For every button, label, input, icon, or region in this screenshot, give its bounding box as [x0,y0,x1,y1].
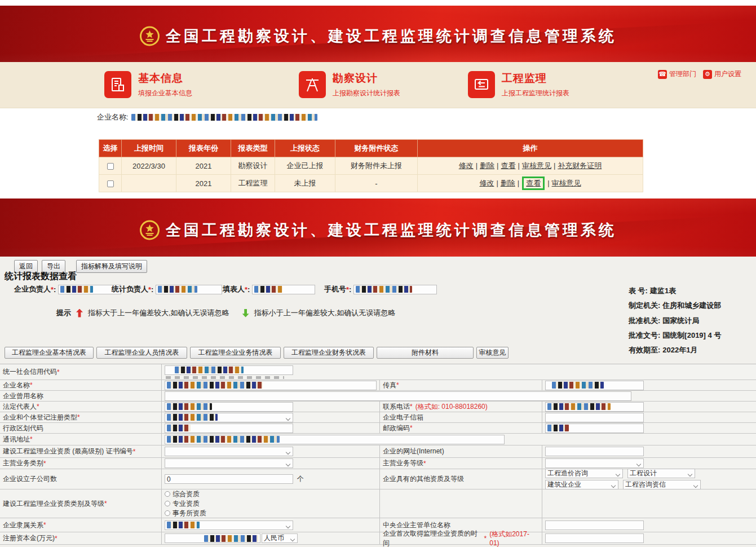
required-mark: * [423,460,426,467]
field-label: 企业名称 [3,381,30,390]
cell-report-year: 2021 [176,175,231,192]
row-checkbox[interactable] [107,163,114,170]
first-qual-time-input[interactable] [545,533,644,543]
business-grade-select[interactable] [545,458,644,468]
stats-leader-input[interactable] [156,285,222,294]
redacted-value [167,425,191,431]
field-mobile: 手机号*: [324,284,437,294]
action-supplement-finance[interactable]: 补充财务证明 [558,161,602,170]
radio-label: 事务所资质 [173,509,206,518]
former-name-input[interactable] [165,391,631,401]
colon: : [349,285,351,294]
tab-finance[interactable]: 工程监理企业财务状况表 [284,347,374,359]
main-nav: 基本信息 填报企业基本信息 勘察设计 上报勘察设计统计报表 [0,62,756,108]
nav-item-supervision[interactable]: 工程监理 上报工程监理统计报表 [468,71,569,98]
cert-no-select[interactable] [165,447,293,456]
engineering-design-select[interactable]: 工程设计 [627,469,695,478]
table-row: 2022/3/30 2021 勘察设计 企业已上报 财务附件未上报 修改|删除|… [99,157,643,175]
mobile-input[interactable] [353,285,437,294]
table-row: 2021 工程监理 未上报 - 修改|删除|查看|审核意见 [99,175,643,192]
admin-dept-label: 管理部门 [669,69,696,79]
radio-comprehensive[interactable] [165,491,170,497]
phone-input[interactable] [545,402,644,412]
redacted-value [552,382,604,389]
action-review-opinion[interactable]: 审核意见 [522,161,551,170]
tab-basic-info[interactable]: 工程监理企业基本情况表 [5,347,94,359]
cell-finance-status: - [335,175,418,192]
meta-maker: 制定机关:住房和城乡建设部 [629,301,723,311]
separator: | [547,179,549,187]
app-banner: 全国工程勘察设计、建设工程监理统计调查信息管理系统 [0,6,756,62]
redacted-value [167,382,263,389]
field-label: 企业曾用名称 [3,391,43,401]
cost-consulting-select[interactable]: 工程造价咨询 [545,469,623,478]
cell-finance-status: 财务附件未上报 [335,157,418,175]
col-report-status: 上报状态 [275,140,335,157]
region-code-input[interactable] [165,424,293,433]
field-label: 建设工程监理企业资质类别及等级 [3,499,104,509]
legal-rep-input[interactable] [165,402,293,412]
field-label: 填表人 [223,284,245,294]
fax-input[interactable] [545,381,644,390]
consulting-credit-select[interactable]: 工程咨询资信 [623,480,701,489]
address-input[interactable] [165,435,505,444]
field-label: 企业负责人 [14,284,51,294]
radio-office[interactable] [165,510,170,516]
reg-type-select[interactable] [165,413,293,422]
indicator-explain-button[interactable]: 指标解释及填写说明 [76,260,147,273]
tab-attachments[interactable]: 附件材料 [377,347,474,359]
action-modify[interactable]: 修改 [459,161,474,170]
email-input[interactable] [545,413,644,422]
action-delete[interactable]: 删除 [501,179,515,187]
website-input[interactable] [545,447,644,456]
drafting-compass-icon [299,71,326,98]
redaction-artifact [166,376,284,379]
format-hint: (格式如2017-01) [489,530,539,547]
admin-dept-link[interactable]: ☎ 管理部门 [658,69,696,79]
credit-code-input[interactable] [165,365,293,375]
action-view-highlighted[interactable]: 查看 [526,179,541,187]
field-label: 邮政编码 [383,424,410,433]
registered-capital-input[interactable] [165,533,260,543]
subsidiaries-count: 0 [167,475,171,483]
company-name-label: 企业名称: [97,112,129,122]
tab-personnel[interactable]: 工程监理企业人员情况表 [96,347,187,359]
national-emblem-icon [139,26,160,46]
postcode-input[interactable] [545,424,644,433]
main-business-select[interactable] [165,458,293,468]
central-org-input[interactable] [545,520,644,530]
action-review-opinion[interactable]: 审核意见 [552,179,581,187]
nav-item-survey-design[interactable]: 勘察设计 上报勘察设计统计报表 [299,71,400,98]
user-settings-link[interactable]: ⚙ 用户设置 [703,69,741,79]
tab-review-opinion[interactable]: 审核意见 [476,347,509,359]
cell-report-time: 2022/3/30 [122,157,176,175]
national-emblem-icon [139,220,160,240]
subsidiaries-input[interactable]: 0 [165,474,293,484]
tab-business[interactable]: 工程监理企业业务情况表 [190,347,281,359]
radio-professional[interactable] [165,501,170,506]
col-report-time: 上报时间 [122,140,176,157]
redacted-value [356,286,412,293]
action-delete[interactable]: 删除 [480,161,494,170]
form-row-main-business: 主营业务类别* 主营业务等级* [0,458,756,469]
screen: 全国工程勘察设计、建设工程监理统计调查信息管理系统 基本信息 填报企业基本信息 [0,0,756,547]
form-filler-input[interactable] [252,285,315,294]
action-view[interactable]: 查看 [501,161,516,170]
row-checkbox[interactable] [107,180,114,187]
field-label: 主营业务等级 [383,458,423,468]
arrow-down-icon [242,309,249,317]
detail-content: 返回 导出 指标解释及填写说明 统计报表数据查看 企业负责人*: 统计负责人*:… [0,257,756,547]
colon: : [54,285,56,294]
field-label: 联系电话 [383,402,410,412]
required-mark: * [104,500,107,508]
meta-form-number: 表 号:建监1表 [629,286,678,296]
currency-select[interactable]: 人民币 [262,533,298,543]
construction-enterprise-select[interactable]: 建筑业企业 [545,480,618,489]
nav-title: 工程监理 [502,71,569,86]
col-finance-status: 财务附件状态 [335,140,418,157]
affiliation-select[interactable] [165,520,293,530]
radio-label: 专业资质 [173,499,200,509]
nav-item-basic-info[interactable]: 基本信息 填报企业基本信息 [104,71,192,98]
company-name-input[interactable] [165,381,377,390]
action-modify[interactable]: 修改 [479,179,494,187]
